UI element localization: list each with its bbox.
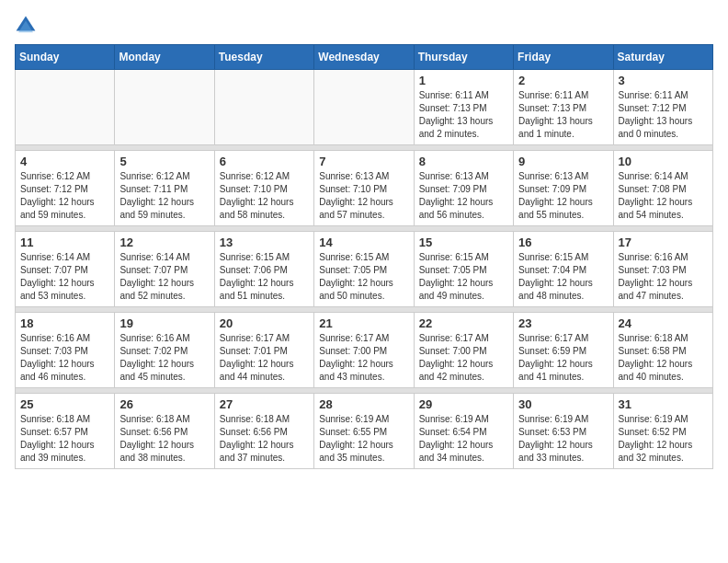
day-number: 2: [518, 74, 608, 87]
day-info: Sunrise: 6:12 AM Sunset: 7:10 PM Dayligh…: [220, 170, 309, 222]
calendar-cell: [214, 70, 313, 145]
day-info: Sunrise: 6:18 AM Sunset: 6:56 PM Dayligh…: [119, 413, 209, 465]
calendar-cell: 8Sunrise: 6:13 AM Sunset: 7:09 PM Daylig…: [414, 151, 513, 226]
calendar-cell: [16, 70, 115, 145]
day-info: Sunrise: 6:13 AM Sunset: 7:10 PM Dayligh…: [319, 170, 408, 222]
day-number: 17: [619, 236, 708, 249]
calendar-cell: 24Sunrise: 6:18 AM Sunset: 6:58 PM Dayli…: [613, 313, 712, 388]
day-info: Sunrise: 6:17 AM Sunset: 6:59 PM Dayligh…: [518, 332, 608, 384]
day-number: 14: [319, 236, 408, 249]
calendar-header-row: SundayMondayTuesdayWednesdayThursdayFrid…: [16, 45, 713, 70]
day-info: Sunrise: 6:17 AM Sunset: 7:00 PM Dayligh…: [319, 332, 408, 384]
calendar-cell: 28Sunrise: 6:19 AM Sunset: 6:55 PM Dayli…: [314, 394, 414, 469]
day-number: 29: [419, 397, 508, 411]
calendar-cell: [314, 70, 414, 145]
logo-icon: [15, 15, 37, 37]
calendar-cell: 4Sunrise: 6:12 AM Sunset: 7:12 PM Daylig…: [16, 151, 115, 226]
day-info: Sunrise: 6:13 AM Sunset: 7:09 PM Dayligh…: [419, 170, 508, 222]
day-info: Sunrise: 6:15 AM Sunset: 7:05 PM Dayligh…: [319, 251, 408, 303]
day-number: 8: [419, 155, 508, 168]
calendar-cell: 21Sunrise: 6:17 AM Sunset: 7:00 PM Dayli…: [314, 313, 414, 388]
day-number: 3: [619, 74, 708, 87]
column-header-tuesday: Tuesday: [214, 45, 313, 70]
calendar-week-row: 25Sunrise: 6:18 AM Sunset: 6:57 PM Dayli…: [16, 394, 713, 469]
day-number: 18: [20, 316, 109, 330]
day-info: Sunrise: 6:12 AM Sunset: 7:12 PM Dayligh…: [20, 170, 109, 222]
day-number: 30: [518, 397, 608, 411]
day-info: Sunrise: 6:19 AM Sunset: 6:53 PM Dayligh…: [518, 413, 608, 465]
calendar-cell: 10Sunrise: 6:14 AM Sunset: 7:08 PM Dayli…: [613, 151, 712, 226]
day-info: Sunrise: 6:11 AM Sunset: 7:13 PM Dayligh…: [518, 89, 608, 141]
calendar-cell: 12Sunrise: 6:14 AM Sunset: 7:07 PM Dayli…: [115, 232, 214, 307]
day-number: 19: [119, 316, 209, 330]
day-info: Sunrise: 6:15 AM Sunset: 7:06 PM Dayligh…: [220, 251, 309, 303]
calendar-cell: 1Sunrise: 6:11 AM Sunset: 7:13 PM Daylig…: [414, 70, 513, 145]
calendar-cell: 27Sunrise: 6:18 AM Sunset: 6:56 PM Dayli…: [214, 394, 313, 469]
calendar-cell: 30Sunrise: 6:19 AM Sunset: 6:53 PM Dayli…: [514, 394, 613, 469]
calendar-week-row: 1Sunrise: 6:11 AM Sunset: 7:13 PM Daylig…: [16, 70, 713, 145]
calendar-cell: 5Sunrise: 6:12 AM Sunset: 7:11 PM Daylig…: [115, 151, 214, 226]
day-info: Sunrise: 6:19 AM Sunset: 6:54 PM Dayligh…: [419, 413, 508, 465]
day-info: Sunrise: 6:14 AM Sunset: 7:07 PM Dayligh…: [20, 251, 109, 303]
day-number: 24: [619, 316, 708, 330]
day-number: 5: [119, 155, 209, 168]
calendar-cell: 15Sunrise: 6:15 AM Sunset: 7:05 PM Dayli…: [414, 232, 513, 307]
day-number: 4: [20, 155, 109, 168]
day-info: Sunrise: 6:15 AM Sunset: 7:04 PM Dayligh…: [518, 251, 608, 303]
day-number: 28: [319, 397, 408, 411]
calendar-cell: 3Sunrise: 6:11 AM Sunset: 7:12 PM Daylig…: [613, 70, 712, 145]
calendar-cell: 6Sunrise: 6:12 AM Sunset: 7:10 PM Daylig…: [214, 151, 313, 226]
day-number: 26: [119, 397, 209, 411]
calendar-cell: 16Sunrise: 6:15 AM Sunset: 7:04 PM Dayli…: [514, 232, 613, 307]
day-info: Sunrise: 6:18 AM Sunset: 6:58 PM Dayligh…: [619, 332, 708, 384]
day-number: 1: [419, 74, 508, 87]
column-header-friday: Friday: [514, 45, 613, 70]
day-number: 9: [518, 155, 608, 168]
calendar-week-row: 18Sunrise: 6:16 AM Sunset: 7:03 PM Dayli…: [16, 313, 713, 388]
day-number: 23: [518, 316, 608, 330]
calendar-cell: 31Sunrise: 6:19 AM Sunset: 6:52 PM Dayli…: [613, 394, 712, 469]
day-info: Sunrise: 6:12 AM Sunset: 7:11 PM Dayligh…: [119, 170, 209, 222]
day-number: 22: [419, 316, 508, 330]
day-info: Sunrise: 6:11 AM Sunset: 7:13 PM Dayligh…: [419, 89, 508, 141]
day-info: Sunrise: 6:16 AM Sunset: 7:03 PM Dayligh…: [20, 332, 109, 384]
day-info: Sunrise: 6:18 AM Sunset: 6:56 PM Dayligh…: [220, 413, 309, 465]
page-header: [15, 15, 713, 37]
day-number: 16: [518, 236, 608, 249]
day-number: 21: [319, 316, 408, 330]
calendar-cell: 20Sunrise: 6:17 AM Sunset: 7:01 PM Dayli…: [214, 313, 313, 388]
day-info: Sunrise: 6:19 AM Sunset: 6:52 PM Dayligh…: [619, 413, 708, 465]
logo: [15, 15, 40, 37]
day-info: Sunrise: 6:13 AM Sunset: 7:09 PM Dayligh…: [518, 170, 608, 222]
calendar-cell: 17Sunrise: 6:16 AM Sunset: 7:03 PM Dayli…: [613, 232, 712, 307]
column-header-monday: Monday: [115, 45, 214, 70]
calendar-cell: 9Sunrise: 6:13 AM Sunset: 7:09 PM Daylig…: [514, 151, 613, 226]
column-header-wednesday: Wednesday: [314, 45, 414, 70]
calendar-cell: 29Sunrise: 6:19 AM Sunset: 6:54 PM Dayli…: [414, 394, 513, 469]
day-number: 20: [220, 316, 309, 330]
day-number: 25: [20, 397, 109, 411]
calendar-cell: 22Sunrise: 6:17 AM Sunset: 7:00 PM Dayli…: [414, 313, 513, 388]
day-info: Sunrise: 6:16 AM Sunset: 7:02 PM Dayligh…: [119, 332, 209, 384]
calendar-cell: 19Sunrise: 6:16 AM Sunset: 7:02 PM Dayli…: [115, 313, 214, 388]
calendar-cell: 7Sunrise: 6:13 AM Sunset: 7:10 PM Daylig…: [314, 151, 414, 226]
day-info: Sunrise: 6:17 AM Sunset: 7:01 PM Dayligh…: [220, 332, 309, 384]
day-info: Sunrise: 6:14 AM Sunset: 7:08 PM Dayligh…: [619, 170, 708, 222]
calendar-cell: 25Sunrise: 6:18 AM Sunset: 6:57 PM Dayli…: [16, 394, 115, 469]
day-info: Sunrise: 6:17 AM Sunset: 7:00 PM Dayligh…: [419, 332, 508, 384]
day-number: 13: [220, 236, 309, 249]
day-number: 11: [20, 236, 109, 249]
column-header-sunday: Sunday: [16, 45, 115, 70]
day-info: Sunrise: 6:18 AM Sunset: 6:57 PM Dayligh…: [20, 413, 109, 465]
day-info: Sunrise: 6:14 AM Sunset: 7:07 PM Dayligh…: [119, 251, 209, 303]
calendar-table: SundayMondayTuesdayWednesdayThursdayFrid…: [15, 44, 713, 469]
calendar-cell: 26Sunrise: 6:18 AM Sunset: 6:56 PM Dayli…: [115, 394, 214, 469]
day-number: 10: [619, 155, 708, 168]
column-header-saturday: Saturday: [613, 45, 712, 70]
day-number: 15: [419, 236, 508, 249]
calendar-week-row: 11Sunrise: 6:14 AM Sunset: 7:07 PM Dayli…: [16, 232, 713, 307]
calendar-cell: 14Sunrise: 6:15 AM Sunset: 7:05 PM Dayli…: [314, 232, 414, 307]
day-number: 27: [220, 397, 309, 411]
day-info: Sunrise: 6:15 AM Sunset: 7:05 PM Dayligh…: [419, 251, 508, 303]
calendar-cell: [115, 70, 214, 145]
